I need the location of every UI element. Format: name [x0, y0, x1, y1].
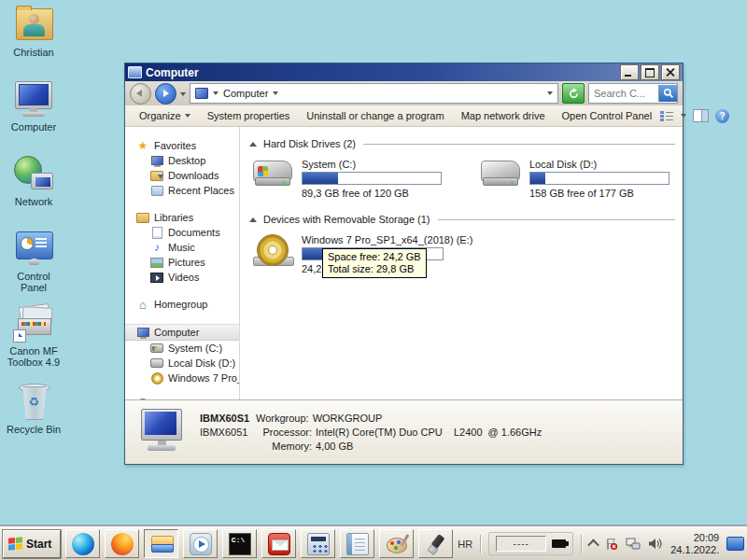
back-button[interactable] — [130, 83, 151, 105]
taskbar-app-firefox[interactable] — [105, 529, 139, 558]
desktop-icon-recycle-bin[interactable]: ♻ Recycle Bin — [3, 383, 64, 435]
sidebar-item-documents[interactable]: Documents — [125, 225, 239, 240]
sidebar-item-windows7-dvd[interactable]: Windows 7 Pro_SP1_x — [125, 371, 239, 385]
firefox-icon — [111, 533, 134, 555]
sidebar-item-favorites[interactable]: ★Favorites — [125, 138, 239, 153]
uninstall-program-button[interactable]: Uninstall or change a program — [298, 105, 452, 126]
hard-drive-icon — [251, 159, 294, 187]
drive-item-local-disk-d[interactable]: Local Disk (D:) 158 GB free of 177 GB — [479, 159, 669, 199]
taskbar-app-calculator[interactable] — [301, 529, 335, 558]
desktop-icon-christian[interactable]: Christian — [3, 6, 64, 58]
refresh-icon — [568, 88, 580, 100]
taskbar-app-edge[interactable] — [65, 529, 100, 558]
drive-item-system-c[interactable]: System (C:) 89,3 GB free of 120 GB — [251, 159, 442, 199]
organize-button[interactable]: Organize — [131, 105, 199, 126]
sidebar-item-downloads[interactable]: Downloads — [125, 168, 239, 183]
control-panel-icon — [11, 230, 56, 269]
desktop-icon-label: Network — [15, 196, 52, 207]
open-control-panel-button[interactable]: Open Control Panel — [554, 105, 661, 126]
drive-name: Local Disk (D:) — [529, 159, 669, 170]
breadcrumb[interactable]: Computer — [190, 83, 558, 104]
processor-label: Processor: — [256, 426, 312, 440]
taskbar-app-media-player[interactable] — [183, 529, 218, 558]
address-history-chevron-icon[interactable] — [547, 91, 553, 98]
system-properties-button[interactable]: System properties — [199, 105, 299, 126]
desktop: Christian Computer Network Control Panel… — [0, 0, 747, 560]
downloads-folder-icon — [150, 170, 163, 182]
capacity-bar — [529, 172, 669, 185]
sidebar-item-music[interactable]: ♪Music — [125, 240, 239, 255]
volume-icon[interactable] — [648, 538, 663, 550]
battery-meter[interactable]: ---- — [488, 532, 573, 555]
views-chevron-icon[interactable] — [681, 114, 686, 120]
window-titlebar[interactable]: Computer — [125, 63, 683, 81]
capacity-bar-fill — [530, 173, 545, 184]
section-header-hard-disk-drives[interactable]: Hard Disk Drives (2) — [249, 138, 675, 149]
network-status-icon[interactable] — [626, 538, 641, 550]
chevron-down-icon[interactable] — [213, 91, 218, 98]
search-input[interactable] — [589, 88, 658, 99]
sidebar-item-system-c[interactable]: System (C:) — [125, 341, 239, 356]
taskbar-app-windows-explorer[interactable] — [144, 529, 178, 558]
breadcrumb-item-computer[interactable]: Computer — [223, 88, 268, 99]
computer-name: IBMX60S1 — [200, 412, 256, 426]
search-button[interactable] — [658, 85, 677, 102]
search-icon — [663, 88, 674, 99]
memory-value: 4,00 GB — [316, 440, 353, 454]
computer-mini-icon — [136, 327, 149, 339]
sidebar-item-desktop[interactable]: Desktop — [125, 153, 239, 168]
start-button[interactable]: Start — [3, 530, 61, 558]
sidebar-item-recent-places[interactable]: Recent Places — [125, 183, 239, 198]
desktop-icon-canon-mf-toolbox[interactable]: Canon MF Toolbox 4.9 — [3, 304, 64, 368]
homegroup-icon: ⌂ — [136, 299, 149, 311]
forward-button[interactable] — [155, 83, 176, 105]
hard-drive-icon — [479, 159, 522, 187]
sidebar-item-pictures[interactable]: Pictures — [125, 255, 239, 270]
show-hidden-icons-chevron[interactable] — [587, 539, 599, 552]
tooltip-space-free: Space free: 24,2 GB — [328, 251, 421, 263]
computer-mini-icon — [195, 88, 208, 99]
chevron-down-icon[interactable] — [273, 91, 278, 98]
dvd-drive-icon — [251, 234, 294, 266]
drive-tooltip: Space free: 24,2 GB Total size: 29,8 GB — [322, 248, 427, 278]
taskbar-app-notepad[interactable] — [340, 529, 374, 558]
minimize-button[interactable] — [620, 64, 639, 80]
taskbar-app-command-prompt[interactable]: C:\ — [222, 529, 257, 558]
sidebar-item-local-disk-d[interactable]: Local Disk (D:) — [125, 356, 239, 371]
taskbar-app-mail[interactable] — [261, 529, 296, 558]
sidebar-item-computer[interactable]: Computer — [125, 324, 239, 341]
taskbar-app-paint[interactable] — [379, 529, 414, 558]
change-view-icon[interactable] — [660, 110, 674, 121]
desktop-icon-computer[interactable]: Computer — [3, 80, 64, 133]
sidebar-item-homegroup[interactable]: ⌂Homegroup — [125, 297, 239, 312]
language-indicator[interactable]: HR — [458, 539, 472, 550]
desktop-icon-network[interactable]: Network — [3, 155, 64, 207]
desktop-icon-label: Computer — [11, 121, 56, 133]
desktop-icon-label: Recycle Bin — [7, 424, 61, 435]
refresh-button[interactable] — [562, 83, 585, 104]
sidebar-item-videos[interactable]: Videos — [125, 270, 239, 285]
printer-toolbox-icon — [11, 304, 56, 343]
window-content: ★Favorites Desktop Downloads Recent Plac… — [125, 127, 683, 399]
workgroup-label: Workgroup: — [256, 412, 309, 426]
taskbar-app-usb-drive[interactable] — [418, 529, 453, 558]
network-globe-icon — [11, 155, 56, 194]
pictures-icon — [150, 257, 163, 269]
desktop-icon-control-panel[interactable]: Control Panel — [3, 230, 64, 293]
action-center-flag-icon[interactable] — [605, 538, 618, 551]
maximize-button[interactable] — [641, 64, 659, 80]
recent-places-icon — [150, 185, 163, 197]
help-icon[interactable]: ? — [715, 109, 729, 123]
clock[interactable]: 20:09 24.1.2022. — [670, 532, 719, 556]
capacity-bar-fill — [303, 173, 338, 184]
window-icon — [128, 66, 142, 78]
recent-pages-chevron-icon[interactable] — [180, 92, 186, 99]
preview-pane-icon[interactable] — [693, 109, 709, 122]
navigation-pane: ★Favorites Desktop Downloads Recent Plac… — [125, 127, 240, 399]
show-desktop-button[interactable] — [726, 537, 744, 551]
sidebar-item-libraries[interactable]: Libraries — [125, 210, 239, 225]
section-header-removable-storage[interactable]: Devices with Removable Storage (1) — [249, 214, 675, 225]
map-network-drive-button[interactable]: Map network drive — [453, 105, 554, 126]
close-button[interactable] — [661, 64, 680, 80]
documents-icon — [150, 227, 163, 239]
